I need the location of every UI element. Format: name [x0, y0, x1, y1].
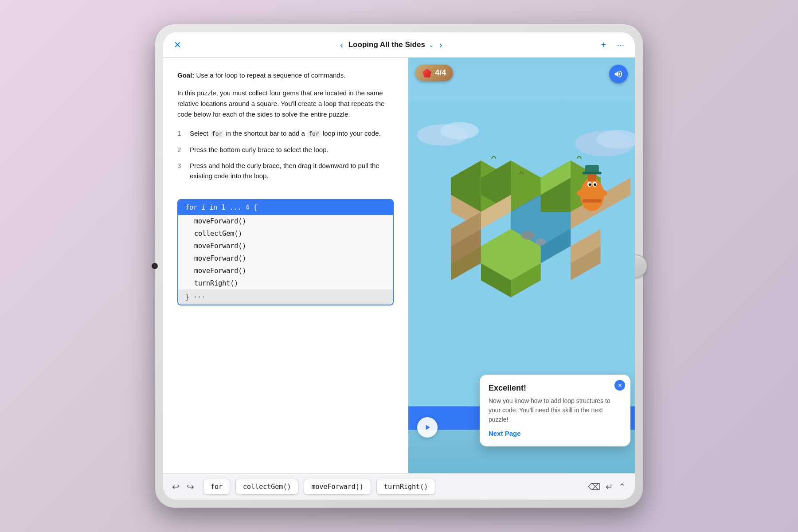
loop-link[interactable]: loop [324, 100, 336, 107]
intro-paragraph: In this puzzle, you must collect four ge… [177, 88, 394, 120]
code-line-3: collectGem() [178, 227, 393, 240]
more-button[interactable]: ··· [615, 38, 626, 52]
code-line-last: } ··· [178, 289, 393, 305]
toolbar-center: ‹ Looping All the Sides ⌄ › [183, 38, 599, 52]
ipad-device: ✕ ‹ Looping All the Sides ⌄ › + ··· [155, 24, 643, 508]
toolbar-right: + ··· [599, 38, 626, 52]
step-text-2: Press the bottom curly brace to select t… [190, 145, 329, 155]
code-line-6: moveForward() [178, 265, 393, 277]
delete-button[interactable]: ⌫ [588, 481, 600, 492]
code-block: for i in 1 ... 4 { moveForward() collect… [177, 199, 394, 305]
toolbar: ✕ ‹ Looping All the Sides ⌄ › + ··· [163, 32, 635, 58]
bottom-toolbar: ↩ ↪ for collectGem() moveForward() turnR… [163, 473, 635, 500]
right-panel: 4/4 [408, 58, 635, 473]
play-icon [423, 423, 432, 432]
svg-rect-35 [583, 172, 601, 174]
step-text-1: Select for in the shortcut bar to add a … [190, 129, 381, 139]
undo-redo-group: ↩ ↪ [172, 481, 194, 492]
step-num-3: 3 [177, 161, 184, 181]
divider [177, 190, 394, 190]
success-popup: Excellent! Now you know how to add loop … [480, 375, 630, 446]
step-num-1: 1 [177, 129, 184, 139]
keyboard-buttons: ⌫ ↵ ⌃ [588, 481, 626, 492]
next-button[interactable]: › [438, 38, 444, 52]
game-scene: 4/4 [408, 58, 635, 473]
svg-point-39 [594, 183, 596, 186]
shortcut-moveforward-button[interactable]: moveForward() [304, 479, 371, 495]
app-container: ✕ ‹ Looping All the Sides ⌄ › + ··· [163, 32, 635, 500]
prev-button[interactable]: ‹ [338, 38, 345, 52]
undo-button[interactable]: ↩ [172, 481, 180, 492]
next-page-button[interactable]: Next Page [489, 430, 521, 437]
return-button[interactable]: ↵ [606, 481, 613, 492]
left-panel: Goal: Use a for loop to repeat a sequenc… [163, 58, 408, 473]
step-list: 1 Select for in the shortcut bar to add … [177, 129, 394, 181]
code-line-4: moveForward() [178, 240, 393, 252]
code-line-5: moveForward() [178, 252, 393, 265]
success-title: Excellent! [489, 383, 622, 393]
svg-point-29 [521, 231, 535, 239]
collapse-button[interactable]: ⌃ [618, 481, 626, 492]
page-title: Looping All the Sides [348, 40, 425, 49]
title-chevron-icon: ⌄ [429, 41, 434, 48]
shortcut-turnright-button[interactable]: turnRight() [376, 479, 435, 495]
progress-badge: 4/4 [415, 65, 453, 81]
redo-button[interactable]: ↪ [187, 481, 194, 492]
svg-point-2 [441, 122, 479, 140]
step-item-1: 1 Select for in the shortcut bar to add … [177, 129, 394, 139]
content-split: Goal: Use a for loop to repeat a sequenc… [163, 58, 635, 473]
svg-point-38 [589, 183, 591, 186]
shortcut-collectgem-button[interactable]: collectGem() [235, 479, 298, 495]
close-popup-button[interactable]: ✕ [614, 380, 625, 391]
add-button[interactable]: + [599, 38, 608, 52]
step-num-2: 2 [177, 145, 184, 155]
gem-icon [422, 69, 431, 78]
code-line-1: for i in 1 ... 4 { [178, 200, 393, 215]
svg-rect-40 [583, 199, 601, 203]
success-body: Now you know how to add loop structures … [489, 396, 622, 424]
sound-button[interactable] [609, 65, 628, 83]
shortcut-for-button[interactable]: for [203, 479, 230, 495]
play-button[interactable] [417, 417, 438, 438]
sound-icon [614, 69, 623, 79]
ipad-screen: ✕ ‹ Looping All the Sides ⌄ › + ··· [163, 32, 635, 500]
step-text-3: Press and hold the curly brace, then dra… [190, 161, 394, 181]
step-item-2: 2 Press the bottom curly brace to select… [177, 145, 394, 155]
goal-paragraph: Goal: Use a for loop to repeat a sequenc… [177, 70, 394, 81]
goal-text: Use a for loop to repeat a sequence of c… [194, 71, 345, 79]
toolbar-left: ✕ [172, 38, 183, 52]
close-button[interactable]: ✕ [172, 38, 183, 52]
ipad-side-button [152, 263, 158, 269]
step-item-3: 3 Press and hold the curly brace, then d… [177, 161, 394, 181]
svg-point-30 [536, 239, 546, 245]
goal-label: Goal: [177, 71, 194, 79]
progress-text: 4/4 [435, 68, 446, 78]
code-line-2: moveForward() [178, 215, 393, 227]
code-line-7: turnRight() [178, 277, 393, 289]
